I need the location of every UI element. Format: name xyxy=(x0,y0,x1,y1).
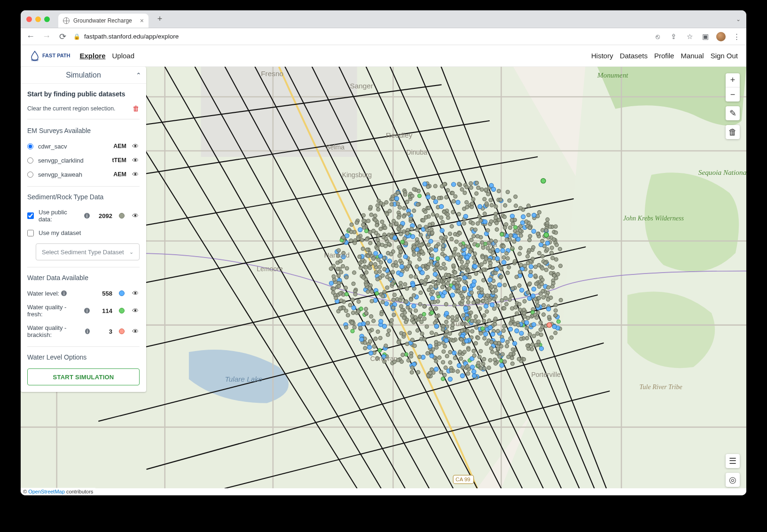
svg-point-542 xyxy=(485,342,489,345)
eye-icon[interactable]: 👁 xyxy=(131,328,140,335)
eye-icon[interactable]: 👁 xyxy=(131,142,140,150)
reload-button[interactable]: ⟳ xyxy=(57,31,68,42)
svg-point-509 xyxy=(456,200,460,204)
minimize-window[interactable] xyxy=(35,16,41,22)
locate-button[interactable]: ◎ xyxy=(726,473,740,487)
eye-icon[interactable]: 👁 xyxy=(131,171,140,178)
nav-profile[interactable]: Profile xyxy=(654,52,674,60)
svg-point-937 xyxy=(389,223,393,227)
svg-point-865 xyxy=(339,299,343,303)
svg-point-1002 xyxy=(468,250,472,254)
info-icon[interactable]: i xyxy=(85,329,90,334)
svg-point-420 xyxy=(502,256,506,259)
svg-point-121 xyxy=(452,351,456,355)
new-tab-button[interactable]: + xyxy=(153,13,166,26)
svg-point-1024 xyxy=(366,248,369,251)
svg-point-904 xyxy=(365,229,368,233)
address-field[interactable]: 🔒 fastpath.stanford.edu/app/explore xyxy=(73,33,179,40)
osm-link[interactable]: OpenStreetMap xyxy=(28,489,65,494)
svg-point-1090 xyxy=(360,238,364,242)
menu-icon[interactable]: ⋮ xyxy=(731,32,742,41)
svg-point-470 xyxy=(466,300,470,304)
svg-point-178 xyxy=(510,306,514,310)
svg-point-895 xyxy=(505,344,509,348)
svg-point-1361 xyxy=(528,226,532,230)
share-icon[interactable]: ⎋ xyxy=(652,32,663,40)
zoom-out-button[interactable]: − xyxy=(726,87,740,102)
svg-point-1308 xyxy=(503,226,507,229)
public-data-checkbox[interactable] xyxy=(27,212,34,219)
svg-point-897 xyxy=(397,216,400,219)
layers-button[interactable]: ☰ xyxy=(726,454,740,468)
back-button[interactable]: ← xyxy=(25,31,36,41)
svg-point-1052 xyxy=(483,212,486,216)
brand-logo[interactable]: FAST PATH xyxy=(29,50,70,62)
draw-polygon-button[interactable]: ✎ xyxy=(726,106,740,120)
legend-dot-red xyxy=(119,329,125,334)
trash-icon[interactable]: 🗑 xyxy=(133,104,140,112)
star-icon[interactable]: ☆ xyxy=(684,32,695,41)
panel-header[interactable]: Simulation ⌃ xyxy=(21,67,146,84)
info-icon[interactable]: i xyxy=(84,213,90,219)
eye-icon[interactable]: 👁 xyxy=(131,289,140,297)
svg-point-1032 xyxy=(518,270,522,274)
tab-list-chevron-icon[interactable]: ⌄ xyxy=(736,16,741,23)
svg-point-1312 xyxy=(454,240,458,243)
svg-point-645 xyxy=(435,345,438,349)
eye-icon[interactable]: 👁 xyxy=(131,212,140,219)
close-window[interactable] xyxy=(26,16,32,22)
svg-point-429 xyxy=(482,313,486,317)
svg-point-1006 xyxy=(350,223,353,227)
browser-tab[interactable]: Groundwater Recharge × xyxy=(58,14,149,28)
svg-point-597 xyxy=(551,285,555,289)
svg-point-991 xyxy=(479,349,483,353)
svg-point-822 xyxy=(539,321,542,325)
chevron-up-icon[interactable]: ⌃ xyxy=(136,71,141,79)
nav-datasets[interactable]: Datasets xyxy=(620,52,648,60)
svg-point-946 xyxy=(526,261,530,265)
water-fresh-count: 114 xyxy=(94,307,112,314)
svg-point-1374 xyxy=(540,325,544,329)
info-icon[interactable]: i xyxy=(84,308,90,313)
info-icon[interactable]: i xyxy=(61,290,67,296)
svg-point-1115 xyxy=(482,268,485,272)
start-simulation-button[interactable]: START SIMULATION xyxy=(27,368,140,385)
svg-point-375 xyxy=(524,321,529,325)
my-dataset-checkbox[interactable] xyxy=(27,230,34,236)
svg-point-915 xyxy=(554,331,557,335)
svg-point-759 xyxy=(452,199,455,203)
nav-explore[interactable]: Explore xyxy=(79,52,105,60)
nav-history[interactable]: History xyxy=(591,52,613,60)
survey-radio[interactable] xyxy=(27,157,33,164)
survey-radio[interactable] xyxy=(27,172,33,178)
svg-point-999 xyxy=(415,228,419,232)
eye-icon[interactable]: 👁 xyxy=(131,156,140,164)
close-tab-icon[interactable]: × xyxy=(140,17,144,24)
svg-point-1235 xyxy=(352,325,356,329)
svg-point-183 xyxy=(430,331,434,335)
draw-group: ✎ xyxy=(726,106,740,120)
delete-shape-button[interactable]: 🗑 xyxy=(726,125,740,139)
nav-upload[interactable]: Upload xyxy=(112,52,135,60)
upload-icon[interactable]: ⇪ xyxy=(668,32,679,41)
nav-manual[interactable]: Manual xyxy=(681,52,704,60)
survey-radio[interactable] xyxy=(27,143,33,149)
svg-point-676 xyxy=(534,282,538,286)
eye-icon[interactable]: 👁 xyxy=(131,307,140,314)
profile-avatar[interactable] xyxy=(716,32,726,41)
forward-button[interactable]: → xyxy=(41,31,52,41)
maximize-window[interactable] xyxy=(44,16,50,22)
svg-point-1206 xyxy=(410,227,414,231)
svg-point-1126 xyxy=(351,311,355,315)
dataset-select[interactable]: Select Sediment Type Dataset ⌄ xyxy=(36,243,140,260)
svg-point-1169 xyxy=(466,269,470,273)
zoom-in-button[interactable]: + xyxy=(726,73,740,87)
svg-point-1208 xyxy=(554,303,557,307)
extensions-icon[interactable]: ▣ xyxy=(700,32,711,41)
svg-point-878 xyxy=(355,221,359,225)
svg-point-840 xyxy=(420,243,423,247)
svg-point-994 xyxy=(434,367,438,371)
clear-region-label: Clear the current region selection. xyxy=(27,105,116,112)
nav-signout[interactable]: Sign Out xyxy=(711,52,738,60)
svg-point-1210 xyxy=(555,243,559,247)
